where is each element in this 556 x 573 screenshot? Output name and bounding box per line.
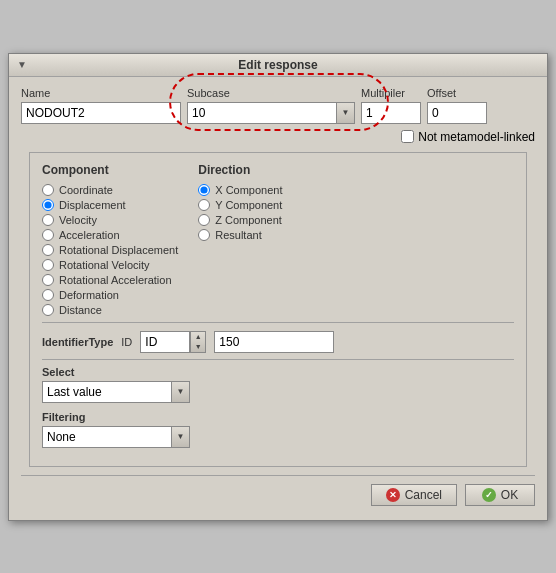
direction-column: Direction X Component Y Component Z Comp… [198, 163, 282, 316]
component-distance[interactable]: Distance [42, 304, 178, 316]
direction-z[interactable]: Z Component [198, 214, 282, 226]
ok-button[interactable]: ✓ OK [465, 484, 535, 506]
select-wrap: ▼ [42, 381, 514, 403]
direction-resultant[interactable]: Resultant [198, 229, 282, 241]
cancel-button[interactable]: ✕ Cancel [371, 484, 457, 506]
ok-label: OK [501, 488, 518, 502]
offset-label: Offset [427, 87, 487, 99]
component-rotational-displacement[interactable]: Rotational Displacement [42, 244, 178, 256]
component-direction-row: Component Coordinate Displacement Veloci… [42, 163, 514, 316]
identifier-type-up-button[interactable]: ▲ [191, 332, 205, 342]
bottom-buttons: ✕ Cancel ✓ OK [21, 475, 535, 510]
separator-1 [42, 322, 514, 323]
top-row: Name Subcase ▼ Multipiler Offset [21, 87, 535, 124]
name-label: Name [21, 87, 181, 99]
filtering-label: Filtering [42, 411, 514, 423]
filtering-group: Filtering ▼ [42, 411, 514, 448]
select-input[interactable] [42, 381, 172, 403]
identifier-type-label: IdentifierType [42, 336, 113, 348]
select-label: Select [42, 366, 514, 378]
direction-x[interactable]: X Component [198, 184, 282, 196]
offset-input[interactable] [427, 102, 487, 124]
inner-box: Component Coordinate Displacement Veloci… [29, 152, 527, 467]
multiplier-field-group: Multipiler [361, 87, 421, 124]
subcase-dropdown-button[interactable]: ▼ [337, 102, 355, 124]
identifier-sublabel: ID [121, 336, 132, 348]
cancel-icon: ✕ [386, 488, 400, 502]
name-field-group: Name [21, 87, 181, 124]
name-input[interactable] [21, 102, 181, 124]
not-metamodel-row: Not metamodel-linked [21, 130, 535, 144]
multiplier-input[interactable] [361, 102, 421, 124]
dialog-title: Edit response [238, 58, 317, 72]
direction-y[interactable]: Y Component [198, 199, 282, 211]
title-bar: ▼ Edit response [9, 54, 547, 77]
dialog-body: Name Subcase ▼ Multipiler Offset [9, 77, 547, 520]
identifier-type-stepper-buttons: ▲ ▼ [190, 331, 206, 353]
offset-field-group: Offset [427, 87, 487, 124]
subcase-input-wrap: ▼ [187, 102, 355, 124]
component-acceleration[interactable]: Acceleration [42, 229, 178, 241]
component-title: Component [42, 163, 178, 177]
id-input[interactable] [214, 331, 334, 353]
component-rotational-velocity[interactable]: Rotational Velocity [42, 259, 178, 271]
filtering-input[interactable] [42, 426, 172, 448]
ok-icon: ✓ [482, 488, 496, 502]
component-column: Component Coordinate Displacement Veloci… [42, 163, 178, 316]
identifier-type-input[interactable] [140, 331, 190, 353]
separator-2 [42, 359, 514, 360]
component-coordinate[interactable]: Coordinate [42, 184, 178, 196]
subcase-input[interactable] [187, 102, 337, 124]
direction-title: Direction [198, 163, 282, 177]
component-displacement[interactable]: Displacement [42, 199, 178, 211]
identifier-type-stepper-wrap: ▲ ▼ [140, 331, 206, 353]
select-dropdown-button[interactable]: ▼ [172, 381, 190, 403]
identifier-type-down-button[interactable]: ▼ [191, 342, 205, 352]
subcase-field-group: Subcase ▼ [187, 87, 355, 124]
component-deformation[interactable]: Deformation [42, 289, 178, 301]
select-group: Select ▼ [42, 366, 514, 403]
dialog: ▼ Edit response Name Subcase ▼ Multipile… [8, 53, 548, 521]
title-bar-icon: ▼ [17, 59, 27, 70]
component-rotational-acceleration[interactable]: Rotational Acceleration [42, 274, 178, 286]
multiplier-label: Multipiler [361, 87, 421, 99]
filtering-wrap: ▼ [42, 426, 514, 448]
filtering-dropdown-button[interactable]: ▼ [172, 426, 190, 448]
component-velocity[interactable]: Velocity [42, 214, 178, 226]
not-metamodel-checkbox[interactable] [401, 130, 414, 143]
subcase-label: Subcase [187, 87, 355, 99]
identifier-row: IdentifierType ID ▲ ▼ [42, 331, 514, 353]
cancel-label: Cancel [405, 488, 442, 502]
not-metamodel-label: Not metamodel-linked [418, 130, 535, 144]
